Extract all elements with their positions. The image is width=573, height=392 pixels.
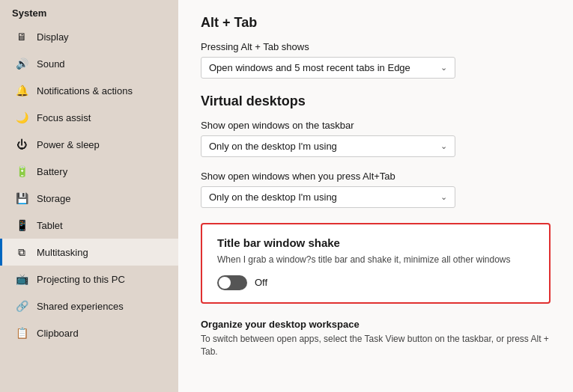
taskbar-dropdown-value: Only on the desktop I'm using: [209, 141, 337, 152]
organize-desc: To switch between open apps, select the …: [201, 333, 551, 358]
alttab-show-label: Show open windows when you press Alt+Tab: [201, 171, 551, 182]
sidebar-item-multitasking[interactable]: ⧉ Multitasking: [0, 239, 178, 266]
sidebar-item-label: Notifications & actions: [37, 85, 133, 97]
virtual-desktops-title: Virtual desktops: [201, 94, 551, 109]
alttab-vd-dropdown[interactable]: Only on the desktop I'm using ⌄: [201, 186, 455, 208]
clipboard-icon: 📋: [14, 325, 29, 340]
power-icon: ⏻: [14, 137, 29, 152]
sidebar-system-label: System: [0, 0, 178, 23]
alt-tab-title: Alt + Tab: [201, 15, 551, 31]
alt-tab-section: Alt + Tab Pressing Alt + Tab shows Open …: [201, 15, 551, 79]
sidebar-item-display[interactable]: 🖥 Display: [0, 23, 178, 50]
sidebar-item-label: Storage: [37, 193, 71, 204]
tablet-icon: 📱: [14, 218, 29, 233]
focus-icon: 🌙: [14, 110, 29, 125]
sidebar-item-label: Projecting to this PC: [37, 274, 125, 285]
sidebar-item-label: Tablet: [37, 220, 63, 231]
notifications-icon: 🔔: [14, 83, 29, 98]
alttab-vd-dropdown-value: Only on the desktop I'm using: [209, 192, 337, 203]
sidebar-item-notifications[interactable]: 🔔 Notifications & actions: [0, 77, 178, 104]
sidebar-item-label: Focus assist: [37, 112, 91, 123]
virtual-desktops-section: Virtual desktops Show open windows on th…: [201, 94, 551, 208]
sidebar-item-projecting[interactable]: 📺 Projecting to this PC: [0, 266, 178, 293]
sidebar-item-clipboard[interactable]: 📋 Clipboard: [0, 319, 178, 346]
sidebar-item-sound[interactable]: 🔊 Sound: [0, 50, 178, 77]
sidebar-item-label: Display: [37, 31, 69, 43]
alt-tab-dropdown[interactable]: Open windows and 5 most recent tabs in E…: [201, 57, 455, 79]
sidebar-item-label: Multitasking: [37, 247, 88, 258]
multitasking-icon: ⧉: [14, 245, 29, 260]
sound-icon: 🔊: [14, 56, 29, 71]
sidebar-item-label: Sound: [37, 58, 65, 70]
storage-icon: 💾: [14, 191, 29, 206]
organize-title: Organize your desktop workspace: [201, 319, 551, 330]
shared-icon: 🔗: [14, 298, 29, 313]
sidebar-item-focus[interactable]: 🌙 Focus assist: [0, 104, 178, 131]
taskbar-dropdown-chevron: ⌄: [440, 141, 447, 151]
main-content: Alt + Tab Pressing Alt + Tab shows Open …: [178, 0, 573, 392]
sidebar-item-label: Power & sleep: [37, 139, 100, 150]
sidebar-item-label: Battery: [37, 166, 67, 177]
alttab-vd-dropdown-chevron: ⌄: [440, 192, 447, 202]
title-bar-section: Title bar window shake When I grab a win…: [201, 223, 551, 304]
sidebar-item-tablet[interactable]: 📱 Tablet: [0, 212, 178, 239]
sidebar-item-label: Clipboard: [37, 328, 79, 339]
sidebar: System 🖥 Display 🔊 Sound 🔔 Notifications…: [0, 0, 178, 392]
sidebar-item-shared[interactable]: 🔗 Shared experiences: [0, 293, 178, 319]
sidebar-item-power[interactable]: ⏻ Power & sleep: [0, 131, 178, 158]
pressing-label: Pressing Alt + Tab shows: [201, 41, 551, 52]
taskbar-dropdown[interactable]: Only on the desktop I'm using ⌄: [201, 135, 455, 157]
title-bar-toggle-row: Off: [217, 275, 534, 290]
display-icon: 🖥: [14, 29, 29, 44]
title-bar-title: Title bar window shake: [217, 236, 534, 249]
sidebar-item-battery[interactable]: 🔋 Battery: [0, 158, 178, 185]
projecting-icon: 📺: [14, 272, 29, 287]
battery-icon: 🔋: [14, 164, 29, 179]
title-bar-desc: When I grab a window?s title bar and sha…: [217, 254, 534, 266]
title-bar-toggle[interactable]: [217, 275, 247, 290]
alt-tab-dropdown-value: Open windows and 5 most recent tabs in E…: [209, 62, 410, 73]
sidebar-item-storage[interactable]: 💾 Storage: [0, 185, 178, 212]
taskbar-show-label: Show open windows on the taskbar: [201, 120, 551, 131]
alt-tab-dropdown-chevron: ⌄: [440, 63, 447, 73]
title-bar-toggle-label: Off: [255, 277, 267, 288]
sidebar-item-label: Shared experiences: [37, 301, 124, 312]
organize-section: Organize your desktop workspace To switc…: [201, 319, 551, 358]
